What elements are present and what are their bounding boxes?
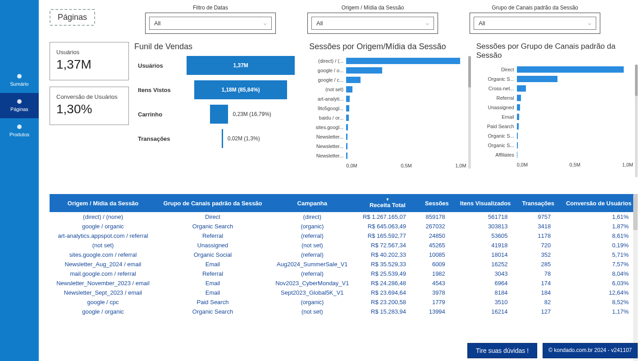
bar-fill bbox=[346, 115, 348, 121]
nav-item-produtos[interactable]: Produtos bbox=[0, 118, 39, 143]
chart-canais[interactable]: DirectOrganic S...Cross-net...ReferralUn… bbox=[476, 65, 638, 189]
table-cell: R$ 23.200,58 bbox=[356, 297, 420, 307]
table-cell: Email bbox=[156, 288, 269, 297]
table-cell: 1,17% bbox=[560, 307, 638, 316]
bar-fill bbox=[346, 124, 348, 130]
table-cell: R$ 645.063,49 bbox=[356, 222, 420, 231]
table-cell: google / cpc bbox=[50, 297, 156, 307]
axis-tick: 0,0M bbox=[517, 162, 528, 167]
table-cell: R$ 165.592,77 bbox=[356, 231, 420, 241]
chart-bar-row: Email bbox=[476, 112, 633, 121]
table-cell: 174 bbox=[516, 278, 560, 288]
table-row[interactable]: art-analytics.appspot.com / referralRefe… bbox=[50, 231, 638, 241]
kpi-value: 1,37M bbox=[56, 57, 122, 72]
bar-label: (not set) bbox=[309, 87, 346, 92]
table-row[interactable]: mail.google.com / referralReferral(refer… bbox=[50, 269, 638, 278]
table-header[interactable]: Origem / Mídia da Sessão bbox=[50, 194, 156, 212]
table-cell: (organic) bbox=[269, 222, 356, 231]
table-cell: 10085 bbox=[420, 250, 454, 259]
nav-item-sumario[interactable]: Sumário bbox=[0, 68, 39, 93]
axis-tick: 0,5M bbox=[570, 162, 580, 167]
table-cell: 6964 bbox=[454, 278, 517, 288]
table-cell: R$ 40.202,33 bbox=[356, 250, 420, 259]
dropdown-value: All bbox=[154, 20, 160, 27]
table-cell: 45265 bbox=[420, 241, 454, 250]
table-header[interactable]: Transações bbox=[516, 194, 560, 212]
table-row[interactable]: google / cpcPaid Search(organic)R$ 23.20… bbox=[50, 297, 638, 307]
table-row[interactable]: Newsletter_Sept_2023 / emailEmailSept202… bbox=[50, 288, 638, 297]
chart-origem-midia[interactable]: (direct) / (...google / o...google / c..… bbox=[309, 56, 470, 180]
table-cell: 6,03% bbox=[560, 278, 638, 288]
scrollbar[interactable] bbox=[635, 65, 638, 177]
table-header[interactable]: Itens Visualizados bbox=[454, 194, 517, 212]
table-row[interactable]: google / organicOrganic Search(not set)R… bbox=[50, 307, 638, 316]
bar-label: Affiliates bbox=[476, 152, 517, 157]
charts-row: Usuários 1,37M Conversão de Usuários 1,3… bbox=[50, 42, 638, 189]
table-cell: (referral) bbox=[269, 269, 356, 278]
chart-bar-row: baidu / or... bbox=[309, 113, 466, 122]
scrollbar[interactable] bbox=[468, 56, 471, 169]
table-header[interactable]: Conversão de Usuários bbox=[560, 194, 638, 212]
funnel-stage-label: Itens Vistos bbox=[138, 87, 181, 93]
filter-dropdown-origem[interactable]: All ⌵ bbox=[311, 17, 434, 30]
table-cell: 127 bbox=[516, 307, 560, 316]
table-cell: Email bbox=[156, 259, 269, 269]
table-cell: 184 bbox=[516, 288, 560, 297]
filter-title: Origem / Mídia da Sessão bbox=[307, 5, 438, 11]
scrollbar[interactable] bbox=[633, 194, 638, 361]
table-header[interactable]: Sessões bbox=[420, 194, 454, 212]
axis-tick: 1,0M bbox=[455, 163, 466, 168]
table-cell: (referral) bbox=[269, 250, 356, 259]
chart-bar-row: google / o... bbox=[309, 65, 466, 75]
table-row[interactable]: Newsletter_November_2023 / emailEmailNov… bbox=[50, 278, 638, 288]
table-row[interactable]: (not set)Unassigned(not set)R$ 72.567,34… bbox=[50, 241, 638, 250]
chart-bar-row: Organic S... bbox=[476, 131, 633, 140]
filter-dropdown-dates[interactable]: All ⌵ bbox=[149, 17, 272, 30]
bar-fill bbox=[517, 133, 518, 139]
table-cell: art-analytics.appspot.com / referral bbox=[50, 231, 156, 241]
help-button[interactable]: Tire suas dúvidas ! bbox=[467, 343, 537, 358]
table-header[interactable]: Campanha bbox=[269, 194, 356, 212]
funnel-bar: 1,37M bbox=[187, 56, 295, 75]
bar-label: Email bbox=[476, 114, 517, 120]
table-cell: 24850 bbox=[420, 231, 454, 241]
kpi-label: Usuários bbox=[56, 49, 122, 56]
table-cell: (referral) bbox=[269, 231, 356, 241]
bar-label: (direct) / (... bbox=[309, 58, 346, 64]
table-cell: 9757 bbox=[516, 212, 560, 222]
table-cell: R$ 1.267.165,07 bbox=[356, 212, 420, 222]
table-cell: (direct) / (none) bbox=[50, 212, 156, 222]
sidebar: Sumário Páginas Produtos bbox=[0, 0, 39, 361]
nav-label: Produtos bbox=[9, 132, 29, 137]
table-header[interactable]: Grupo de Canais padrão da Sessão bbox=[156, 194, 269, 212]
table-row[interactable]: google / organicOrganic Search(organic)R… bbox=[50, 222, 638, 231]
filter-dropdown-canais[interactable]: All ⌵ bbox=[474, 17, 596, 30]
table-cell: 7,57% bbox=[560, 259, 638, 269]
table-cell: 3978 bbox=[420, 288, 454, 297]
table-cell: Direct bbox=[156, 212, 269, 222]
bar-fill bbox=[517, 104, 521, 111]
table-row[interactable]: (direct) / (none)Direct(direct)R$ 1.267.… bbox=[50, 212, 638, 222]
filter-canais: Grupo de Canais padrão da Sessão All ⌵ bbox=[470, 5, 600, 34]
bar-fill bbox=[346, 86, 352, 93]
chart-bar-row: Direct bbox=[476, 65, 633, 74]
table-header[interactable]: ▼Receita Total bbox=[356, 194, 420, 212]
nav-item-paginas[interactable]: Páginas bbox=[0, 93, 39, 118]
data-table[interactable]: Origem / Mídia da SessãoGrupo de Canais … bbox=[50, 194, 638, 316]
pages-button[interactable]: Páginas bbox=[50, 9, 95, 26]
table-row[interactable]: sites.google.com / referralOrganic Socia… bbox=[50, 250, 638, 259]
table-cell: mail.google.com / referral bbox=[50, 269, 156, 278]
funnel-bar: 1,18M (85,84%) bbox=[194, 80, 287, 99]
filter-title: Grupo de Canais padrão da Sessão bbox=[470, 5, 600, 11]
chart-bar-row: (not set) bbox=[309, 84, 466, 94]
chart-bar-row: Newsletter... bbox=[309, 151, 466, 160]
sort-desc-icon: ▼ bbox=[360, 198, 415, 202]
table-cell: R$ 25.539,49 bbox=[356, 269, 420, 278]
chart-bar-row: Organic S... bbox=[476, 140, 633, 150]
table-cell: R$ 24.286,48 bbox=[356, 278, 420, 288]
chart-bar-row: sites.googl... bbox=[309, 122, 466, 132]
table-row[interactable]: Newsletter_Aug_2024 / emailEmailAug2024_… bbox=[50, 259, 638, 269]
bar-label: Newsletter... bbox=[309, 153, 346, 158]
table-cell: 6009 bbox=[420, 259, 454, 269]
bar-fill bbox=[517, 152, 517, 158]
